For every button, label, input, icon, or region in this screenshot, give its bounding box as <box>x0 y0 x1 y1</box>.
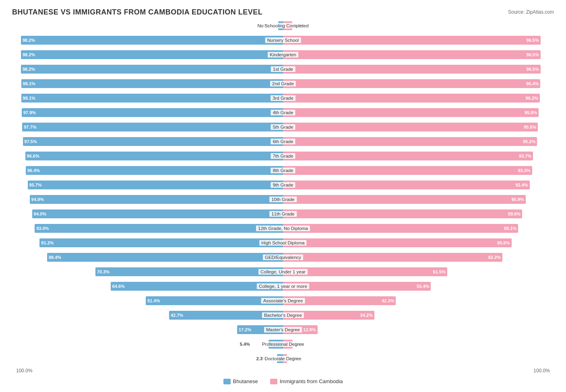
chart-row: 94.9%90.9%10th Grade <box>16 193 550 206</box>
bar-left: 93.0% <box>35 224 283 233</box>
axis-left: 100.0% <box>16 368 33 374</box>
bar-left: 97.7% <box>22 123 283 131</box>
bar-label-right: 95.5% <box>522 125 538 129</box>
bar-label-left: 64.6% <box>111 284 126 289</box>
bar-label-left: 91.2% <box>39 240 55 245</box>
bar-label-left: 98.1% <box>21 96 37 101</box>
row-label: Master's Degree <box>264 327 302 332</box>
row-label: Professional Degree <box>260 341 306 347</box>
bar-label-right: 61.5% <box>432 269 447 274</box>
bar-label-right: 42.3% <box>380 298 396 303</box>
bar-right: 96.5% <box>283 36 541 45</box>
legend: Bhutanese Immigrants from Cambodia <box>16 378 550 384</box>
chart-container: 1.8%3.5%No Schooling Completed98.2%96.5%… <box>12 19 554 384</box>
bar-left: 96.6% <box>25 152 283 160</box>
chart-row: 1.8%3.5%No Schooling Completed <box>16 19 550 33</box>
row-label: Bachelor's Degree <box>262 312 304 318</box>
bar-label-left: 98.1% <box>21 81 37 86</box>
bar-left: 98.2% <box>21 50 283 59</box>
row-label: 6th Grade <box>271 139 295 144</box>
legend-bhutanese: Bhutanese <box>223 378 258 384</box>
chart-row: 98.2%96.5%Nursery School <box>16 33 550 47</box>
chart-row: 96.4%93.3%8th Grade <box>16 164 550 177</box>
chart-row: 17.2%12.9%Master's Degree <box>16 323 550 337</box>
bar-label-right: 93.7% <box>517 154 533 158</box>
legend-bhutanese-label: Bhutanese <box>233 378 258 384</box>
bar-label-left: 42.7% <box>169 313 185 318</box>
bar-left: 96.4% <box>26 166 283 175</box>
row-label: 4th Grade <box>271 110 295 115</box>
bar-left: 98.1% <box>21 79 283 88</box>
row-label: High School Diploma <box>259 240 306 246</box>
bar-label-left: 95.7% <box>28 183 43 187</box>
bar-label-left: 94.9% <box>30 197 45 202</box>
bar-right: 93.3% <box>283 166 532 175</box>
bar-label-right: 96.5% <box>525 52 541 57</box>
axis-right: 100.0% <box>533 368 550 374</box>
rows-wrapper: 1.8%3.5%No Schooling Completed98.2%96.5%… <box>16 19 550 365</box>
bar-label-left: 17.2% <box>237 327 253 332</box>
bar-label-left: 94.0% <box>32 211 48 216</box>
bar-left: 97.9% <box>22 108 283 117</box>
row-label: GED/Equivalency <box>263 254 303 260</box>
bar-right: 82.2% <box>283 253 502 262</box>
chart-row: 98.2%96.5%1st Grade <box>16 62 550 76</box>
bar-left: 98.2% <box>21 65 283 74</box>
legend-cambodia-label: Immigrants from Cambodia <box>280 378 343 384</box>
chart-row: 98.1%96.2%3rd Grade <box>16 91 550 105</box>
bar-left: 88.4% <box>47 253 283 262</box>
bar-label-right: 96.2% <box>524 96 540 101</box>
bar-left: 97.5% <box>23 137 283 146</box>
bar-left: 94.9% <box>30 195 283 204</box>
chart-row: 98.2%96.5%Kindergarten <box>16 48 550 62</box>
bar-right: 95.5% <box>283 123 538 131</box>
bar-label-left: 96.6% <box>25 154 41 158</box>
bar-right: 89.6% <box>283 209 522 218</box>
bar-left: 98.2% <box>21 36 283 45</box>
bar-label-left: 97.9% <box>22 110 37 115</box>
row-label: 12th Grade, No Diploma <box>256 226 310 231</box>
bar-left: 70.3% <box>95 267 283 276</box>
bar-right: 92.4% <box>283 181 530 189</box>
bar-right: 95.8% <box>283 108 539 117</box>
chart-row: 91.2%85.6%High School Diploma <box>16 236 550 250</box>
chart-row: 97.7%95.5%5th Grade <box>16 120 550 134</box>
legend-cambodia: Immigrants from Cambodia <box>270 378 343 384</box>
bar-label-right: 55.4% <box>415 284 431 289</box>
bar-label-left: 98.2% <box>21 38 37 43</box>
legend-bhutanese-box <box>223 379 231 384</box>
bar-right: 96.4% <box>283 79 540 88</box>
bar-label-left: 51.4% <box>146 298 161 303</box>
bar-left: 98.1% <box>21 94 283 103</box>
row-label: College, Under 1 year <box>258 269 308 275</box>
chart-row: 88.4%82.2%GED/Equivalency <box>16 250 550 264</box>
chart-row: 97.5%95.2%6th Grade <box>16 135 550 148</box>
axis-labels: 100.0% 100.0% <box>16 368 550 374</box>
row-label: 2nd Grade <box>270 81 296 86</box>
row-label: 5th Grade <box>271 124 295 130</box>
chart-row: 94.0%89.6%11th Grade <box>16 207 550 221</box>
bar-label-right: 34.2% <box>359 313 374 318</box>
bar-label-left: 98.2% <box>21 67 37 72</box>
chart-row: 5.4%3.6%Professional Degree <box>16 337 550 351</box>
bar-label-right: 93.3% <box>516 168 532 173</box>
row-label: Doctorate Degree <box>263 356 304 361</box>
row-label: 10th Grade <box>269 197 297 202</box>
legend-cambodia-box <box>270 379 277 384</box>
bar-label-left: 93.0% <box>35 226 50 231</box>
chart-row: 64.6%55.4%College, 1 year or more <box>16 279 550 293</box>
bar-label-right: 90.9% <box>510 197 525 202</box>
chart-row: 42.7%34.2%Bachelor's Degree <box>16 308 550 322</box>
bar-label-left: 88.4% <box>47 255 63 260</box>
bar-label-right: 96.4% <box>525 81 540 86</box>
chart-row: 98.1%96.4%2nd Grade <box>16 77 550 90</box>
bar-label-left: 98.2% <box>21 52 37 57</box>
bar-left: 95.7% <box>28 181 283 189</box>
bar-label-left: 97.7% <box>22 125 38 129</box>
chart-row: 70.3%61.5%College, Under 1 year <box>16 265 550 279</box>
bar-right: 93.7% <box>283 152 533 160</box>
bar-right: 95.2% <box>283 137 537 146</box>
bar-label-outside-left: 5.4% <box>240 342 250 347</box>
bar-label-right: 85.6% <box>496 240 511 245</box>
row-label: Associate's Degree <box>261 298 305 304</box>
